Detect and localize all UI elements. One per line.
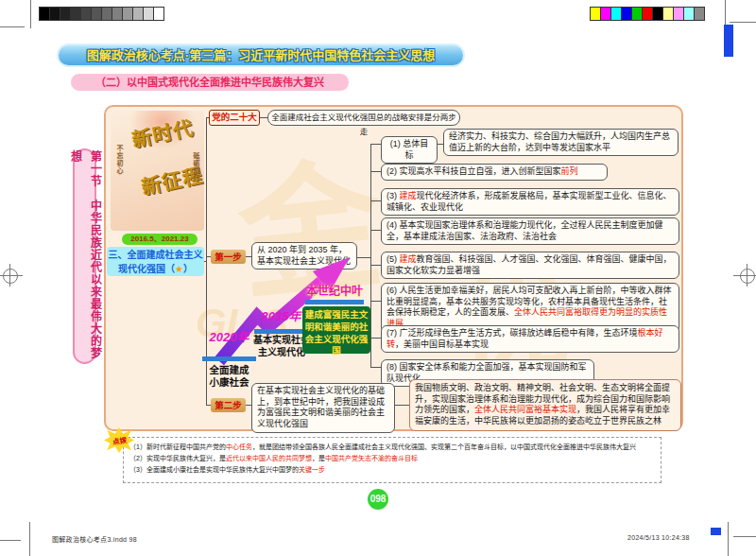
step2-desc: 在基本实现社会主义现代化的基础上，到本世纪中叶，把我国建设成为富强民主文明和谐美… [251, 383, 395, 433]
color-calibration-bar [591, 7, 705, 21]
date-badge: 2016.5、2021.23 [122, 234, 198, 245]
page-number-badge: 098 [368, 489, 388, 510]
stair-caption-midcentury: 建成富强民主文明和谐美丽的社会主义现代化强国 [302, 306, 370, 354]
artwork-left-caption: 不忘初心 [114, 145, 124, 175]
connector-line [370, 200, 381, 201]
topic-box: 三、全面建成社会主义现代化强国（★） [107, 247, 204, 276]
step1-desc: 从 2020 年到 2035 年，基本实现社会主义现代化 [251, 242, 357, 269]
scanned-book-page: { "page": { "title_bar": "图解政治核心考点·第三篇：习… [0, 0, 756, 556]
stair-bar-midcentury [305, 300, 364, 304]
print-color-patch [724, 25, 733, 57]
connector-line [395, 405, 409, 406]
crop-mark [0, 26, 25, 27]
page-title: 图解政治核心考点·第三篇：习近平新时代中国特色社会主义思想 [57, 43, 465, 67]
registration-line [0, 275, 23, 276]
root-node: 党的二十大 [209, 110, 260, 126]
stair-bar-2020 [202, 356, 256, 361]
crop-mark [725, 0, 726, 25]
year-2035-label: 2035年 [254, 306, 308, 324]
goal-item-1-desc: 经济实力、科技实力、综合国力大幅跃升，人均国内生产总值迈上新的大台阶，达到中等发… [443, 129, 679, 156]
registration-line [747, 264, 747, 287]
step2-label: 第二步 [211, 398, 246, 412]
strategy-node: 全面建成社会主义现代化强国总的战略安排是分两步走 [267, 110, 460, 126]
goal-item-3: (3) 建成现代化经济体系，形成新发展格局，基本实现新型工业化、信息化、城镇化、… [381, 188, 679, 216]
page-subtitle: （二）以中国式现代化全面推进中华民族伟大复兴 [70, 73, 350, 92]
final-goal-box: 我国物质文明、政治文明、精神文明、社会文明、生态文明将全面提升，实现国家治理体系… [409, 379, 681, 431]
footer-filename: 图解政治核心考点3.indd 98 [52, 534, 137, 544]
year-2020-label: 2020年 [202, 327, 256, 345]
tips-badge: 点拨 [104, 427, 134, 453]
footer-timestamp: 2024/5/13 10:24:38 [627, 534, 690, 541]
connector-line [370, 144, 381, 145]
connector-line [370, 338, 381, 339]
connector-line [370, 301, 381, 302]
goal-item-4: (4) 基本实现国家治理体系和治理能力现代化，全过程人民民主制度更加健全，基本建… [381, 217, 679, 245]
registration-line [9, 264, 10, 287]
connector-line [370, 171, 381, 172]
tips-box: （1）新时代新征程中国共产党的中心任务，就是团结带领全国各族人民全面建成社会主义… [123, 437, 662, 483]
section-label: 第一节 中华民族近代以来最伟大的梦想 [73, 148, 96, 364]
star-icon: ★ [175, 264, 183, 274]
step1-label: 第一步 [211, 250, 246, 264]
crop-mark [29, 522, 30, 556]
connector-line [370, 265, 381, 266]
stair-caption-2020: 全面建成 小康社会 [202, 364, 256, 389]
page-title-text: 图解政治核心考点·第三篇：习近平新时代中国特色社会主义思想 [87, 48, 435, 62]
tips-line-3: （3）全面建成小康社会是实现中华民族伟大复兴中国梦的关键一步 [129, 464, 655, 476]
connector-line [370, 367, 381, 368]
midcentury-label: 本世纪中叶 [301, 282, 369, 298]
grayscale-calibration-bar [40, 7, 164, 21]
registration-line [733, 275, 756, 276]
connector-spine [370, 144, 371, 367]
connector-line [260, 117, 267, 118]
goal-item-7: (7) 广泛形成绿色生产生活方式，碳排放达峰后稳中有降，生态环境根本好转，美丽中… [381, 325, 679, 353]
crop-mark [30, 0, 31, 28]
crop-mark [728, 522, 729, 556]
goal-item-5: (5) 建成教育强国、科技强国、人才强国、文化强国、体育强国、健康中国，国家文化… [381, 252, 679, 279]
print-color-patch [711, 528, 721, 535]
crop-mark [730, 22, 756, 23]
crop-mark [733, 536, 756, 537]
connector-line [370, 230, 381, 231]
goal-item-1-label: (1) 总体目标 [381, 136, 438, 164]
goal-item-2: (2) 实现高水平科技自立自强，进入创新型国家前列 [381, 164, 608, 181]
calligraphy-artwork: 新时代 新征程 不忘初心 砥砺前行 [111, 111, 204, 231]
tips-line-1: （1）新时代新征程中国共产党的中心任务，就是团结带领全国各族人民全面建成社会主义… [129, 442, 655, 453]
artwork-right-caption: 砥砺前行 [191, 152, 200, 182]
stair-bar-2035 [254, 329, 308, 334]
registration-target [740, 269, 755, 284]
connector-line [357, 257, 370, 258]
tips-line-2: （2）实现中华民族伟大复兴，是近代以来中国人民的共同梦想，是中国共产党矢志不渝的… [129, 453, 655, 464]
crop-mark [0, 540, 21, 541]
registration-target [3, 269, 18, 284]
connector-line [204, 261, 207, 262]
